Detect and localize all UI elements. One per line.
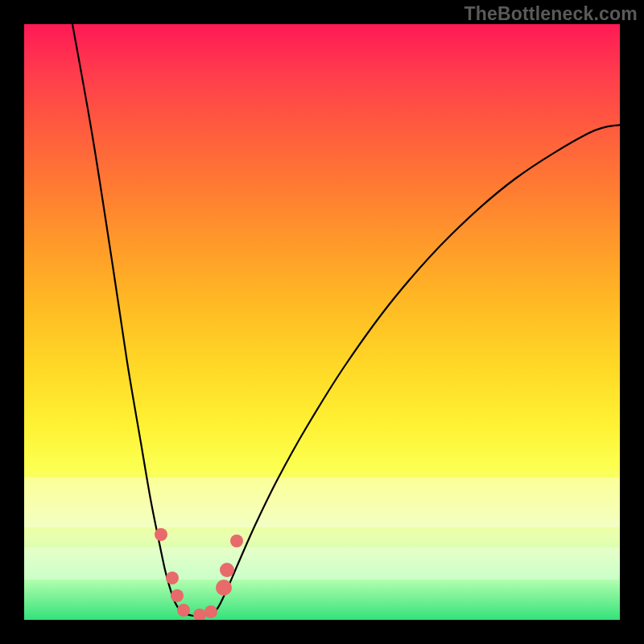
data-marker	[166, 572, 179, 584]
data-marker	[204, 605, 217, 618]
data-marker	[171, 589, 184, 602]
curve-svg	[24, 24, 620, 620]
data-marker	[230, 535, 243, 547]
highlight-band-upper	[24, 477, 620, 527]
marker-group	[155, 528, 243, 620]
data-marker	[220, 563, 234, 577]
highlight-band-lower	[24, 547, 620, 580]
curve-group	[72, 24, 620, 616]
attribution-text: TheBottleneck.com	[464, 3, 638, 25]
data-marker	[193, 609, 206, 620]
data-marker	[216, 580, 232, 596]
chart-frame: TheBottleneck.com	[0, 0, 644, 644]
plot-area	[24, 24, 620, 620]
data-marker	[177, 604, 190, 617]
data-marker	[155, 528, 167, 541]
bottleneck-curve	[72, 24, 620, 616]
